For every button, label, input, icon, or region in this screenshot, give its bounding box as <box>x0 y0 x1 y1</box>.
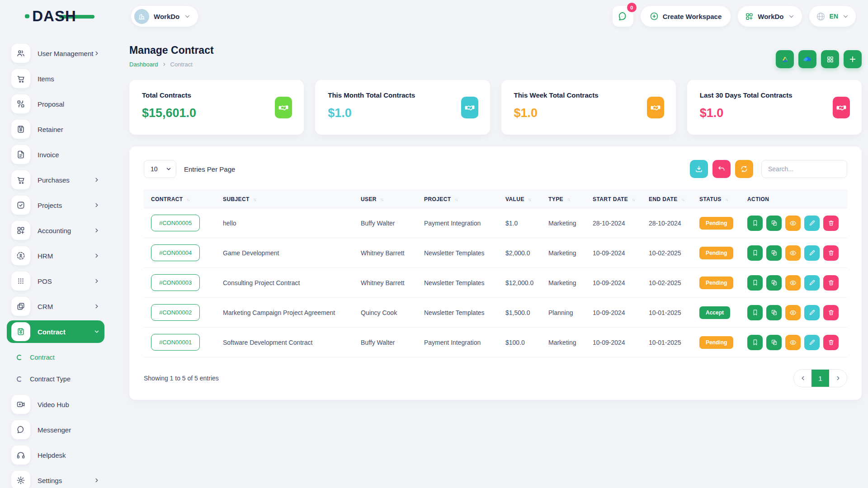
contract-id-badge[interactable]: #CON00002 <box>151 304 200 321</box>
bookmark-button[interactable] <box>747 275 763 291</box>
delete-button[interactable] <box>823 216 839 231</box>
delete-button[interactable] <box>823 245 839 261</box>
sort-icon[interactable]: ↑↓ <box>380 197 383 202</box>
cell-project: Newsletter Templates <box>424 268 505 298</box>
language-selector[interactable]: EN <box>809 6 856 27</box>
sidebar-item-items[interactable]: Items <box>7 69 104 89</box>
search-input[interactable] <box>761 160 847 178</box>
sidebar-item-label: Accounting <box>38 227 71 235</box>
duplicate-button[interactable] <box>766 305 782 320</box>
sidebar-item-helpdesk[interactable]: Helpdesk <box>7 445 104 465</box>
view-button[interactable] <box>785 275 801 291</box>
cell-start-date: 10-09-2024 <box>593 298 649 328</box>
page-number-button[interactable]: 1 <box>811 370 829 387</box>
cell-user: Quincy Cook <box>361 298 424 328</box>
view-button[interactable] <box>785 305 801 320</box>
sort-icon[interactable]: ↑↓ <box>567 197 570 202</box>
workspace-selector[interactable]: WorkDo <box>131 6 198 27</box>
brand-logo[interactable]: DASH <box>32 8 76 25</box>
view-button[interactable] <box>785 335 801 350</box>
sort-icon[interactable]: ↑↓ <box>632 197 634 202</box>
create-workspace-label: Create Workspace <box>663 13 722 20</box>
bookmark-button[interactable] <box>747 335 763 350</box>
previous-page-button[interactable] <box>794 370 811 387</box>
eye-icon <box>789 220 797 227</box>
cell-project: Payment Integration <box>424 208 505 238</box>
cell-end-date: 28-10-2024 <box>649 208 699 238</box>
sidebar-item-crm[interactable]: CRM <box>7 296 104 316</box>
sort-icon[interactable]: ↑↓ <box>528 197 531 202</box>
contract-icon <box>11 322 30 341</box>
chevron-down-icon <box>184 13 191 20</box>
sidebar-item-accounting[interactable]: Accounting <box>7 221 104 240</box>
sidebar-item-messenger[interactable]: Messenger <box>7 420 104 440</box>
grid-view-button[interactable] <box>821 50 839 68</box>
edit-button[interactable] <box>804 216 820 231</box>
next-page-button[interactable] <box>829 370 847 387</box>
bookmark-button[interactable] <box>747 305 763 320</box>
sort-icon[interactable]: ↑↓ <box>454 197 457 202</box>
sidebar-item-retainer[interactable]: Retainer <box>7 119 104 139</box>
reset-button[interactable] <box>712 160 731 178</box>
sidebar-item-settings[interactable]: Settings <box>7 470 104 488</box>
sidebar-subitem-label: Contract Type <box>30 375 71 383</box>
duplicate-button[interactable] <box>766 335 782 350</box>
sidebar-item-purchases[interactable]: Purchases <box>7 170 104 190</box>
top-bar: DASH WorkDo 0 Create Workspace WorkDo EN <box>0 0 868 33</box>
delete-button[interactable] <box>823 275 839 291</box>
cell-type: Marketing <box>548 238 593 268</box>
sidebar-item-contract[interactable]: Contract <box>7 320 104 343</box>
sidebar-item-proposal[interactable]: Proposal <box>7 94 104 114</box>
cart-icon <box>11 170 30 189</box>
bookmark-button[interactable] <box>747 216 763 231</box>
entries-per-page-select[interactable]: 10 <box>144 160 176 178</box>
bookmark-icon <box>752 309 759 316</box>
breadcrumb-dashboard-link[interactable]: Dashboard <box>129 61 158 68</box>
sidebar-item-pos[interactable]: POS <box>7 271 104 291</box>
sidebar-subitem-contract[interactable]: Contract <box>7 347 104 367</box>
sort-icon[interactable]: ↑↓ <box>253 197 256 202</box>
sort-icon[interactable]: ↑↓ <box>681 197 684 202</box>
create-workspace-button[interactable]: Create Workspace <box>641 6 731 27</box>
onedrive-button[interactable] <box>798 50 816 68</box>
duplicate-button[interactable] <box>766 275 782 291</box>
messages-button[interactable]: 0 <box>613 6 633 27</box>
view-button[interactable] <box>785 216 801 231</box>
bookmark-button[interactable] <box>747 245 763 261</box>
person-dashed-circle-icon <box>11 246 30 265</box>
edit-button[interactable] <box>804 335 820 350</box>
sidebar-item-video-hub[interactable]: Video Hub <box>7 394 104 414</box>
contract-id-badge[interactable]: #CON00003 <box>151 274 200 291</box>
download-icon <box>695 165 703 173</box>
sidebar-item-hrm[interactable]: HRM <box>7 246 104 266</box>
sidebar-subitem-contract-type[interactable]: Contract Type <box>7 369 104 389</box>
edit-button[interactable] <box>804 305 820 320</box>
sidebar-item-user-management[interactable]: User Management <box>7 43 104 63</box>
delete-button[interactable] <box>823 305 839 320</box>
chevron-right-icon <box>94 177 100 183</box>
sort-icon[interactable]: ↑↓ <box>725 197 728 202</box>
table-row: #CON00002 Marketing Campaign Project Agr… <box>144 298 847 328</box>
sidebar-item-projects[interactable]: Projects <box>7 195 104 215</box>
contract-id-badge[interactable]: #CON00004 <box>151 244 200 261</box>
create-contract-button[interactable] <box>844 50 862 68</box>
sort-icon[interactable]: ↑↓ <box>187 197 189 202</box>
google-drive-button[interactable] <box>776 50 794 68</box>
refresh-button[interactable] <box>735 160 753 178</box>
cell-user: Whitney Barrett <box>361 268 424 298</box>
workdo-menu-button[interactable]: WorkDo <box>738 6 802 27</box>
contract-id-badge[interactable]: #CON00005 <box>151 215 200 231</box>
chevron-right-icon <box>94 253 100 259</box>
view-button[interactable] <box>785 245 801 261</box>
edit-button[interactable] <box>804 275 820 291</box>
contract-id-badge[interactable]: #CON00001 <box>151 334 200 351</box>
export-button[interactable] <box>690 160 708 178</box>
stat-title: Total Contracts <box>142 91 291 99</box>
trash-icon <box>828 339 835 346</box>
duplicate-button[interactable] <box>766 245 782 261</box>
edit-button[interactable] <box>804 245 820 261</box>
chevron-down-icon <box>94 328 100 335</box>
duplicate-button[interactable] <box>766 216 782 231</box>
sidebar-item-invoice[interactable]: Invoice <box>7 145 104 164</box>
delete-button[interactable] <box>823 335 839 350</box>
